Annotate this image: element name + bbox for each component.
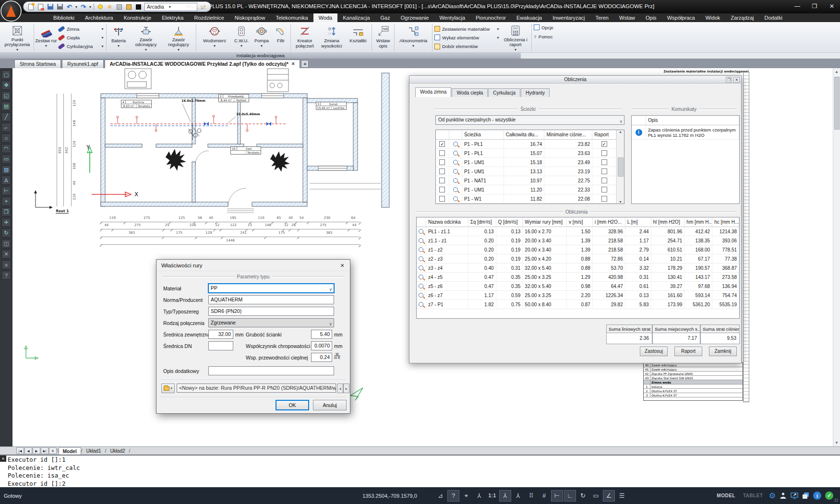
polyline-tool-icon[interactable]: ⌐ bbox=[1, 123, 11, 132]
ribbon-ksztaltki-button[interactable]: Kształtki bbox=[346, 23, 371, 52]
magnifier-icon[interactable] bbox=[453, 196, 458, 201]
lineweight-icon[interactable]: ☰ bbox=[616, 490, 628, 502]
redo-menu-icon[interactable]: ▾ bbox=[89, 5, 91, 9]
scroll-down-icon[interactable]: ▼ bbox=[833, 439, 840, 446]
properties-tool-icon[interactable]: ≡ bbox=[1, 260, 11, 269]
zamknij-button[interactable]: Zamknij bbox=[709, 347, 737, 356]
arcadia-logo-icon[interactable] bbox=[0, 0, 22, 22]
undo-icon[interactable]: ↶ bbox=[66, 3, 73, 11]
ribbon-pomoc-button[interactable]: ?Pomoc bbox=[534, 34, 560, 39]
menu-item-niskoprądow[interactable]: Niskoprądow bbox=[229, 13, 271, 22]
ortho-icon[interactable]: ∟ bbox=[564, 490, 576, 502]
help-tool-icon[interactable]: ? bbox=[1, 271, 11, 280]
tooltip-icon[interactable]: ? bbox=[447, 490, 459, 502]
magnifier-icon[interactable] bbox=[419, 247, 423, 252]
add-sheet-icon[interactable]: + bbox=[49, 447, 57, 454]
calc-col-header[interactable]: hl [mm H2O] bbox=[651, 217, 685, 227]
line-tool-icon[interactable]: ╱ bbox=[1, 112, 11, 121]
ucs-light-icon[interactable]: ⅄ bbox=[499, 490, 511, 502]
panel-title-bar[interactable]: Obliczenia ❐ ✕ bbox=[409, 76, 741, 84]
ribbon-dobor-elementow-button[interactable]: Dobór elementów bbox=[434, 44, 500, 49]
paths-table-row[interactable]: ✓P1 - PŁ116.7423.82✓ bbox=[436, 140, 616, 149]
angle-icon[interactable]: ∠ bbox=[603, 490, 615, 502]
paths-table-row[interactable]: P1 - UM113.1323.19 bbox=[436, 167, 616, 176]
magnifier-icon[interactable] bbox=[419, 256, 423, 261]
tab-rysunek1[interactable]: Rysunek1.apf bbox=[62, 60, 103, 68]
magnifier-icon[interactable] bbox=[453, 151, 458, 156]
calc-table-row[interactable]: z3 - z40.400.3132.00 x 5.400.8853.703.32… bbox=[417, 264, 739, 273]
zastosuj-button[interactable]: Zastosuj bbox=[640, 347, 668, 356]
menu-item-rozdzielnice[interactable]: Rozdzielnice bbox=[189, 13, 229, 22]
magnifier-icon[interactable] bbox=[453, 142, 458, 146]
norma-input[interactable]: AQUATHERM bbox=[208, 295, 334, 304]
calc-col-header[interactable]: L [m] bbox=[625, 217, 651, 227]
move-tool-icon[interactable]: ✛ bbox=[1, 218, 11, 227]
rectangle-tool-icon[interactable]: ▭ bbox=[1, 155, 11, 164]
circle-tool-icon[interactable]: ○ bbox=[1, 133, 11, 143]
calc-col-header[interactable]: Nazwa odcinka bbox=[426, 217, 468, 227]
magnifier-icon[interactable] bbox=[419, 284, 423, 288]
menu-item-gaz[interactable]: Gaz bbox=[375, 13, 396, 22]
calc-table-row[interactable]: z6 - z71.170.5925.00 x 3.252.201226.340.… bbox=[417, 291, 739, 300]
calc-table-row[interactable]: z1 - z20.200.1920.00 x 3.401.39218.582.7… bbox=[417, 245, 739, 254]
calc-table-row[interactable]: PŁ1 - z1.10.130.1316.00 x 2.701.50328.96… bbox=[417, 227, 739, 236]
menu-item-kanalizacja[interactable]: Kanalizacja bbox=[337, 13, 375, 22]
path-checkbox[interactable] bbox=[439, 178, 445, 183]
save-icon[interactable] bbox=[47, 3, 54, 11]
next-sheet-icon[interactable]: ▶ bbox=[33, 447, 40, 454]
menu-item-widok[interactable]: Widok bbox=[700, 13, 726, 22]
hatch-tool-icon[interactable]: ▨ bbox=[1, 165, 11, 174]
path-checkbox[interactable]: ✓ bbox=[439, 141, 445, 147]
type-base-combo[interactable]: <Nowy> na bazie: Rura PP/Rura PP-R PN20 … bbox=[177, 384, 336, 393]
magnifier-icon[interactable] bbox=[453, 169, 458, 174]
ribbon-kreator-polaczen-button[interactable]: Kreator połączeń bbox=[292, 23, 318, 52]
scroll-up-icon[interactable]: ▲ bbox=[833, 68, 840, 75]
model-toggle[interactable]: MODEL bbox=[715, 490, 737, 502]
arc-tool-icon[interactable]: ◠ bbox=[1, 144, 11, 153]
scale-label[interactable]: 1:1 bbox=[486, 490, 498, 502]
calc-col-header[interactable]: hc [mm H... bbox=[712, 217, 739, 227]
calc-col-header[interactable]: i [mm H2O... bbox=[593, 217, 625, 227]
paths-table-row[interactable]: P1 - UM115.1823.49 bbox=[436, 158, 616, 167]
info-icon[interactable]: i bbox=[813, 492, 821, 500]
paths-scrollbar[interactable]: ▲▼ bbox=[616, 130, 624, 204]
grid-dots-icon[interactable]: ⠿ bbox=[525, 490, 537, 502]
magnifier-icon[interactable] bbox=[419, 293, 423, 298]
frame-icon[interactable]: ▭ bbox=[590, 490, 602, 502]
ribbon-opcje-button[interactable]: Opcje bbox=[534, 24, 560, 30]
measure-tool-icon[interactable]: ⌖ bbox=[1, 197, 11, 206]
close-button[interactable]: ✕ bbox=[827, 2, 837, 11]
path-checkbox[interactable] bbox=[439, 159, 445, 165]
message-row[interactable]: i Zapas ciśnienia przed punktem czerpaln… bbox=[632, 125, 739, 140]
magnifier-icon[interactable] bbox=[453, 178, 458, 183]
tab-hydranty[interactable]: Hydranty bbox=[521, 88, 550, 97]
ribbon-cwu-button[interactable]: C.W.U.▼ bbox=[232, 23, 251, 52]
select-tool-icon[interactable]: ▢ bbox=[1, 70, 11, 79]
zoom-window-icon[interactable]: ◱ bbox=[1, 91, 11, 100]
new-tab-button[interactable]: + bbox=[301, 60, 309, 68]
mirror-tool-icon[interactable]: ◫ bbox=[1, 239, 11, 248]
dialog-close-icon[interactable]: ✕ bbox=[338, 262, 346, 269]
menu-item-wentylacja[interactable]: Wentylacja bbox=[434, 13, 470, 22]
calc-col-header[interactable]: Q [dm³/s] bbox=[496, 217, 523, 227]
user-icon[interactable] bbox=[780, 492, 787, 499]
settings-sun-icon[interactable]: ✳ bbox=[106, 3, 113, 11]
calc-table-row[interactable]: z7 - P11.820.7550.00 x 8.400.8729.825.83… bbox=[417, 300, 739, 309]
panel-close-icon[interactable]: ✕ bbox=[733, 77, 740, 83]
type-library-button[interactable]: ▾ bbox=[161, 384, 175, 393]
redo-icon[interactable]: ↷ bbox=[80, 3, 87, 11]
path-checkbox[interactable] bbox=[439, 168, 445, 174]
tab-strona-startowa[interactable]: Strona Startowa bbox=[14, 60, 61, 68]
copy-tool-icon[interactable]: ❐ bbox=[1, 207, 11, 216]
minimize-button[interactable]: — bbox=[792, 2, 803, 11]
ribbon-filtr-button[interactable]: Filtr bbox=[272, 23, 289, 52]
report-checkbox[interactable]: ✓ bbox=[601, 141, 607, 147]
maximize-button[interactable]: ❐ bbox=[809, 2, 820, 11]
lightbulb-icon[interactable] bbox=[96, 3, 104, 11]
raport-button[interactable]: Raport bbox=[674, 347, 702, 356]
report-checkbox[interactable] bbox=[601, 159, 607, 165]
material-combo[interactable]: PP∨ bbox=[208, 284, 334, 293]
box-icon[interactable] bbox=[125, 3, 132, 11]
windows-stack-icon[interactable] bbox=[802, 492, 809, 499]
grid-lines-icon[interactable]: # bbox=[538, 490, 550, 502]
